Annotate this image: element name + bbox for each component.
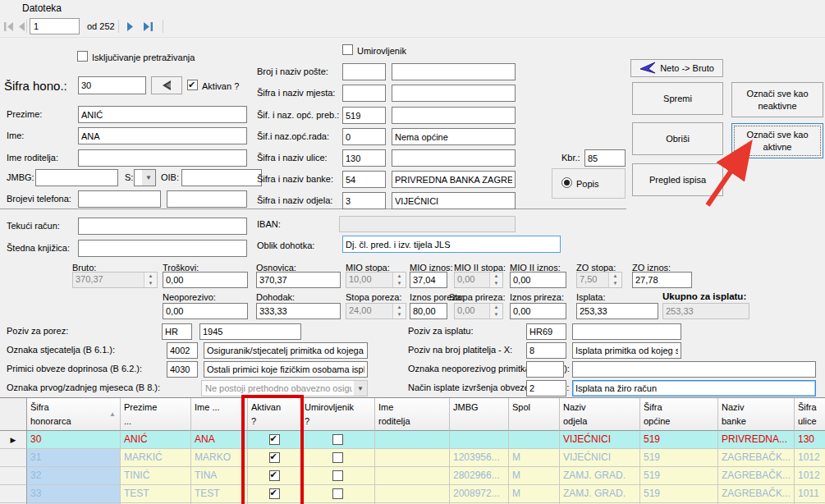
grid-cell-ime_roditelja[interactable] [375,431,450,449]
col-header-ime[interactable]: Ime ... [191,398,248,431]
col-header-naziv-banke[interactable]: Naziv banke [718,398,795,431]
col-header-sifra-ulice[interactable]: Šifra ulice [795,398,825,431]
col-header-umirovljenik[interactable]: Umirovljenik ? [301,398,375,431]
banka-name-input[interactable] [392,171,516,188]
grid-cell-naziv_odjela[interactable]: ZAMJ. GRAD. [560,485,640,503]
grid-cell-ime_roditelja[interactable] [375,467,450,485]
grid-cell-sifra_ulice[interactable]: 1012 [795,467,825,485]
poziv-broj-code-input[interactable] [526,342,566,359]
prezime-input[interactable] [78,106,247,123]
oznaci-sve-aktivne-button[interactable]: Označi sve kao aktivne [731,123,823,158]
grid-cell-jmbg[interactable]: 2802966... [450,467,509,485]
grid-cell-ime_roditelja[interactable] [375,485,450,503]
poziv-isplata-input[interactable] [572,323,681,340]
umirovljenik-cell-checkbox[interactable] [332,488,343,499]
umirovljenik-cell-checkbox[interactable] [332,434,343,445]
menu-datoteka[interactable]: Datoteka [22,2,62,14]
grid-cell-ime[interactable]: TEST [191,485,248,503]
tekuci-racun-input[interactable] [78,218,247,235]
grid-cell-sifra[interactable]: 33 [27,485,121,503]
neoporezivi-input[interactable] [572,361,816,378]
aktivan-checkbox[interactable] [187,80,198,90]
nacin-isplate-input[interactable] [572,380,816,396]
odjel-code-input[interactable] [342,192,386,209]
posta-name-input[interactable] [392,63,516,80]
grid-cell-naziv_odjela[interactable]: VIJEĆNICI [560,449,640,467]
row-selector[interactable] [0,449,27,467]
grid-cell-sifra_ulice[interactable]: 1012 [795,449,825,467]
dohodak-input[interactable] [256,303,341,319]
mio-iznos-input[interactable] [410,272,447,288]
grid-cell-sifra_opcine[interactable]: 519 [640,485,718,503]
opcina-preb-name-input[interactable] [392,107,516,124]
grid-row[interactable]: 33TESTTEST2008972...MZAMJ. GRAD.519ZAGRE… [0,485,825,503]
grid-cell-sifra[interactable]: 32 [27,467,121,485]
select-all-header[interactable] [0,398,27,431]
pregled-ispisa-button[interactable]: Pregled ispisa [632,163,723,196]
grid-cell-ime[interactable]: MARKO [191,449,248,467]
grid-cell-prezime[interactable]: TEST [121,485,191,503]
lookup-button[interactable] [151,76,182,94]
ulica-code-input[interactable] [342,149,386,167]
grid-cell-sifra[interactable]: 31 [27,449,121,467]
poziv-porez-input[interactable] [199,323,301,340]
grid-row[interactable]: ▶30ANIĆANAVIJEĆNICI519PRIVREDNA...130 [0,431,825,449]
osnovica-input[interactable] [256,272,341,288]
opcina-rada-name-input[interactable] [392,128,516,145]
oznaci-sve-neaktivne-button[interactable]: Označi sve kao neaktivne [731,82,823,117]
col-header-jmbg[interactable]: JMBG [450,398,509,431]
move-next-button[interactable] [124,21,137,33]
grid-cell-ime[interactable]: TINA [191,467,248,485]
mjesto-name-input[interactable] [392,85,516,102]
poziv-broj-desc-input[interactable] [572,342,681,359]
grid-cell-jmbg[interactable]: 1203956... [450,449,509,467]
sifra-hono-input[interactable] [78,76,146,94]
grid-checkbox-umirovljenik[interactable] [301,449,375,467]
umirovljenik-cell-checkbox[interactable] [332,452,343,463]
grid-cell-naziv_odjela[interactable]: ZAMJ. GRAD. [560,467,640,485]
jmbg-input[interactable] [35,169,118,186]
col-header-naziv-odjela[interactable]: Naziv odjela [560,398,640,431]
aktivan-cell-checkbox[interactable] [269,434,280,445]
neoporezivi-code-input[interactable] [526,361,564,378]
opcina-rada-code-input[interactable] [342,128,386,145]
grid-checkbox-umirovljenik[interactable] [301,485,375,503]
grid-cell-sifra_ulice[interactable]: 130 [795,431,825,449]
grid-cell-prezime[interactable]: TINIĆ [121,467,191,485]
ime-roditelja-input[interactable] [78,149,247,167]
grid-cell-naziv_banke[interactable]: ZAGREBAČK... [718,449,795,467]
grid-cell-spol[interactable]: M [509,467,560,485]
grid-cell-spol[interactable] [509,431,560,449]
troskovi-input[interactable] [163,272,248,288]
grid-row[interactable]: 31MARKIĆMARKO1203956...MVIJEĆNICI519ZAGR… [0,449,825,467]
grid-cell-naziv_odjela[interactable]: VIJEĆNICI [560,431,640,449]
position-input[interactable] [30,18,80,34]
grid-cell-sifra[interactable]: 30 [27,431,121,449]
row-selector[interactable]: ▶ [0,431,27,449]
zo-iznos-input[interactable] [632,272,692,288]
grid-cell-sifra_opcine[interactable]: 519 [640,467,718,485]
stjecatelj-desc-input[interactable] [204,342,368,359]
poziv-isplata-code-input[interactable] [526,323,566,340]
col-header-sifra-honorarca[interactable]: Šifra honorarca▲ [27,398,121,431]
grid-cell-spol[interactable]: M [509,449,560,467]
isplata-input[interactable] [576,303,658,319]
aktivan-cell-checkbox[interactable] [269,470,280,481]
primici-code-input[interactable] [167,361,198,378]
oblik-dohotka-input[interactable] [342,236,561,253]
grid-cell-jmbg[interactable] [450,431,509,449]
grid-checkbox-aktivan[interactable] [248,431,301,449]
grid-cell-sifra_opcine[interactable]: 519 [640,449,718,467]
stedna-knjizica-input[interactable] [78,240,247,257]
grid-checkbox-umirovljenik[interactable] [301,431,375,449]
grid-row[interactable]: 32TINIĆTINA2802966...MZAMJ. GRAD.519ZAGR… [0,467,825,485]
popis-radio[interactable] [561,177,572,188]
odjel-name-input[interactable] [392,192,516,209]
grid-cell-prezime[interactable]: ANIĆ [121,431,191,449]
grid-checkbox-aktivan[interactable] [248,467,301,485]
grid-cell-prezime[interactable]: MARKIĆ [121,449,191,467]
neto-bruto-button[interactable]: Neto -> Bruto [630,59,723,77]
grid-checkbox-umirovljenik[interactable] [301,467,375,485]
poziv-porez-code-input[interactable] [162,323,192,340]
grid-cell-naziv_banke[interactable]: ZAGREBAČK... [718,467,795,485]
